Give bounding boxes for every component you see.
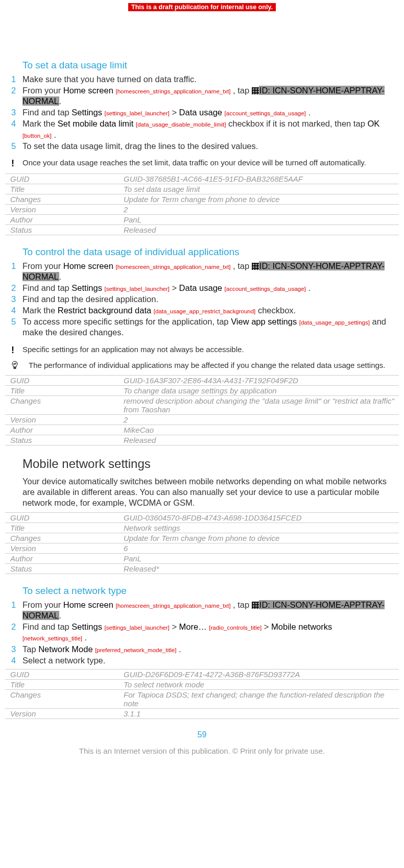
meta-value: Released [124, 226, 399, 234]
string-ref: [radio_controls_title] [209, 625, 262, 631]
meta-key: Version [10, 205, 124, 214]
meta-value: Network settings [124, 524, 399, 532]
meta-value: To set data usage limit [124, 185, 399, 193]
meta-row: ChangesFor Tapioca DSDS; text changed; c… [5, 689, 399, 708]
string-ref: [account_settings_data_usage] [225, 286, 306, 292]
ui-term: Set mobile data limit [58, 119, 134, 128]
step-number: 5 [11, 316, 22, 327]
string-ref: [homescreen_strings_application_name_txt… [115, 603, 230, 609]
step-number: 4 [11, 305, 22, 316]
meta-key: Title [10, 524, 124, 532]
sec1-title: To set a data usage limit [22, 60, 399, 71]
meta-row: AuthorMikeCao [5, 425, 399, 435]
meta-value: GUID-16A3F307-2E86-443A-A431-7F192F049F2… [124, 376, 399, 385]
sec1-steps: 1Make sure that you have turned on data … [5, 74, 399, 152]
ui-term: Settings [72, 622, 102, 631]
meta-row: Version6 [5, 543, 399, 553]
meta-row: Version3.1.1 [5, 708, 399, 719]
ui-term: Settings [72, 283, 102, 292]
string-ref: [button_ok] [22, 133, 52, 139]
step-text: From your Home screen [homescreen_string… [22, 261, 393, 282]
step: 3Find and tap Settings [settings_label_l… [11, 107, 393, 118]
meta-row: TitleTo set data usage limit [5, 184, 399, 194]
step-number: 1 [11, 261, 22, 271]
string-ref: [settings_label_launcher] [105, 110, 170, 116]
string-ref: [homescreen_strings_application_name_txt… [115, 88, 230, 94]
string-ref: [data_usage_app_settings] [299, 319, 370, 326]
sec2-steps: 1From your Home screen [homescreen_strin… [5, 261, 399, 338]
step-number: 2 [11, 85, 22, 96]
meta-value: Released [124, 436, 399, 444]
meta-key: GUID [10, 376, 124, 385]
ui-term: Restrict background data [58, 306, 151, 315]
step-text: Select a network type. [22, 655, 393, 666]
step-number: 1 [11, 74, 22, 85]
meta-row: GUIDGUID-D26F6D09-E741-4272-A36B-876F5D9… [5, 669, 399, 679]
meta-value: 3.1.1 [124, 709, 399, 718]
step: 5To set the data usage limit, drag the l… [11, 141, 393, 152]
sec1-meta: GUIDGUID-387685B1-AC66-41E5-91FD-BAB3268… [5, 173, 399, 235]
string-ref: [homescreen_strings_application_name_txt… [115, 264, 230, 270]
meta-row: StatusReleased [5, 225, 399, 235]
warning-icon: ! [11, 158, 22, 169]
step: 1Make sure that you have turned on data … [11, 74, 393, 85]
meta-value: Update for Term change from phone to dev… [124, 534, 399, 542]
sec4-meta: GUIDGUID-D26F6D09-E741-4272-A36B-876F5D9… [5, 669, 399, 719]
meta-row: TitleNetwork settings [5, 523, 399, 533]
step: 1From your Home screen [homescreen_strin… [11, 600, 393, 621]
meta-value: GUID-D26F6D09-E741-4272-A36B-876F5D93772… [124, 670, 399, 679]
sec2-note: ! Specific settings for an application m… [11, 344, 393, 356]
step-text: Mark the Set mobile data limit [data_usa… [22, 118, 393, 140]
step-text: Find and tap Settings [settings_label_la… [22, 622, 393, 643]
meta-value: 2 [124, 415, 399, 424]
ui-term: Home screen [63, 600, 113, 609]
meta-key: Author [10, 554, 124, 563]
app-tray-icon [252, 602, 259, 609]
meta-value: Released* [124, 564, 399, 573]
meta-key: Title [10, 386, 124, 395]
step: 3Tap Network Mode [preferred_network_mod… [11, 644, 393, 655]
ui-term: Home screen [63, 261, 113, 270]
meta-key: Status [10, 436, 124, 444]
meta-value: 2 [124, 205, 399, 214]
meta-key: Version [10, 709, 124, 718]
meta-key: Author [10, 426, 124, 434]
page-body: To set a data usage limit 1Make sure tha… [0, 11, 404, 755]
ui-term: Mobile networks [271, 622, 332, 631]
meta-key: Title [10, 185, 124, 193]
string-ref: [data_usage_app_restrict_background] [154, 308, 255, 314]
meta-value: To change data usage settings by applica… [124, 386, 399, 395]
meta-value: removed description about changing the "… [124, 396, 399, 414]
step: 4Mark the Restrict background data [data… [11, 305, 393, 316]
ui-term: Data usage [179, 108, 222, 117]
meta-row: StatusReleased* [5, 563, 399, 574]
meta-value: Update for Term change from phone to dev… [124, 195, 399, 204]
step-number: 3 [11, 294, 22, 305]
step: 3Find and tap the desired application. [11, 294, 393, 305]
ui-term: Data usage [179, 283, 222, 292]
step-number: 2 [11, 283, 22, 293]
meta-key: GUID [10, 175, 124, 183]
meta-row: AuthorPanL [5, 553, 399, 563]
step: 2From your Home screen [homescreen_strin… [11, 85, 393, 107]
step-text: From your Home screen [homescreen_string… [22, 600, 393, 621]
meta-row: Version2 [5, 414, 399, 425]
meta-value: To select network mode [124, 680, 399, 689]
step-number: 1 [11, 600, 22, 610]
warning-icon: ! [11, 344, 22, 356]
app-tray-icon [252, 87, 259, 94]
sec3-para: Your device automatically switches betwe… [22, 476, 393, 508]
sec2-title: To control the data usage of individual … [22, 246, 399, 258]
sec2-tip: The performance of individual applicatio… [11, 360, 393, 371]
sec1-note: ! Once your data usage reaches the set l… [11, 158, 393, 169]
step-text: To access more specific settings for the… [22, 316, 393, 338]
meta-key: GUID [10, 670, 124, 679]
meta-value: GUID-03604570-8FDB-4743-A698-1DD36415FCE… [124, 513, 399, 522]
lightbulb-icon [11, 360, 29, 371]
string-ref: [network_settings_title] [22, 635, 82, 641]
ui-term: Network Mode [38, 644, 92, 654]
meta-value: 6 [124, 544, 399, 553]
meta-key: GUID [10, 513, 124, 522]
step: 4Select a network type. [11, 655, 393, 666]
app-tray-icon [252, 263, 259, 270]
